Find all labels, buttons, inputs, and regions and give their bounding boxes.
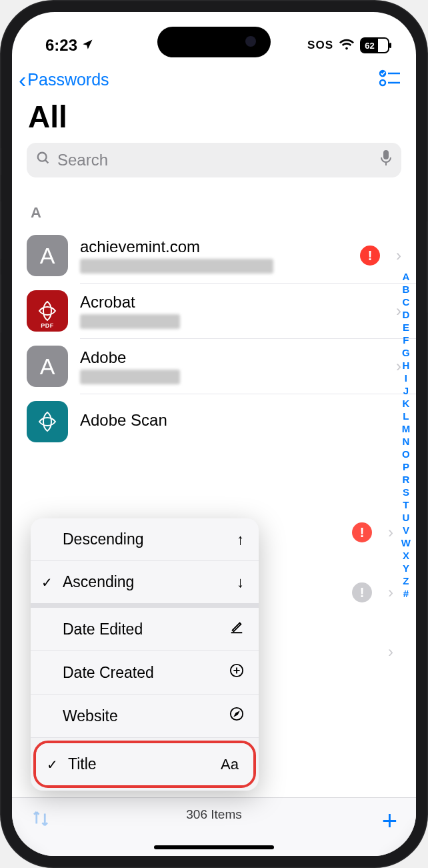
alert-icon: ! bbox=[352, 522, 372, 542]
chevron-right-icon: › bbox=[396, 246, 401, 265]
password-row[interactable]: A Adobe › bbox=[12, 339, 416, 394]
search-icon bbox=[36, 151, 51, 169]
arrow-up-icon: ↑ bbox=[237, 531, 244, 548]
password-row[interactable]: Adobe Scan bbox=[12, 394, 416, 449]
svg-rect-6 bbox=[383, 150, 389, 159]
row-subtitle-redacted bbox=[80, 370, 180, 384]
alert-icon: ! bbox=[352, 582, 372, 602]
sos-indicator: SOS bbox=[307, 39, 333, 52]
sort-title[interactable]: Title Aa bbox=[36, 743, 253, 785]
row-subtitle-redacted bbox=[80, 259, 273, 274]
chevron-right-icon: › bbox=[396, 302, 401, 320]
chevron-right-icon: › bbox=[388, 523, 393, 542]
row-title: Acrobat bbox=[80, 293, 380, 312]
chevron-right-icon: › bbox=[388, 583, 393, 602]
sort-date-edited[interactable]: Date Edited bbox=[31, 608, 259, 650]
alphabet-index[interactable]: A B C D E F G H I J K L M N O P R S T U bbox=[401, 271, 411, 599]
site-icon: A bbox=[27, 235, 68, 276]
alert-icon: ! bbox=[360, 246, 380, 266]
chevron-right-icon: › bbox=[396, 357, 401, 376]
battery-icon: 62 bbox=[360, 37, 389, 53]
dynamic-island bbox=[157, 27, 271, 57]
arrow-down-icon: ↓ bbox=[237, 574, 244, 591]
search-field[interactable] bbox=[27, 143, 401, 177]
search-input[interactable] bbox=[57, 151, 373, 169]
password-row[interactable]: A achievemint.com ! › bbox=[12, 228, 416, 283]
chevron-right-icon: › bbox=[388, 642, 393, 661]
svg-point-2 bbox=[380, 80, 385, 85]
row-title: Adobe Scan bbox=[80, 411, 401, 430]
svg-point-0 bbox=[380, 71, 385, 76]
page-title: All bbox=[12, 95, 416, 143]
sort-ascending[interactable]: Ascending ↓ bbox=[31, 561, 259, 603]
site-icon: PDF bbox=[27, 290, 68, 332]
home-indicator[interactable] bbox=[154, 845, 274, 849]
svg-line-5 bbox=[45, 160, 49, 163]
section-header: A bbox=[12, 204, 416, 228]
compass-icon bbox=[229, 707, 244, 725]
sort-menu: Descending ↑ Ascending ↓ Date Edited Dat… bbox=[31, 518, 259, 791]
back-button[interactable]: ‹ Passwords bbox=[19, 68, 109, 91]
status-time: 6:23 bbox=[45, 36, 77, 55]
row-title: achievemint.com bbox=[80, 238, 348, 256]
back-label: Passwords bbox=[27, 70, 109, 89]
sort-descending[interactable]: Descending ↑ bbox=[31, 518, 259, 560]
site-icon: A bbox=[27, 346, 68, 387]
item-count: 306 Items bbox=[12, 807, 416, 822]
pencil-icon bbox=[229, 620, 244, 638]
site-icon bbox=[27, 401, 68, 442]
password-row[interactable]: PDF Acrobat › bbox=[12, 284, 416, 338]
svg-point-4 bbox=[38, 153, 47, 161]
svg-marker-13 bbox=[235, 712, 239, 716]
chevron-left-icon: ‹ bbox=[19, 68, 26, 91]
mic-icon[interactable] bbox=[380, 149, 392, 171]
plus-circle-icon bbox=[229, 663, 244, 682]
row-subtitle-redacted bbox=[80, 314, 180, 329]
location-icon bbox=[81, 36, 93, 55]
text-icon: Aa bbox=[221, 756, 239, 773]
row-title: Adobe bbox=[80, 348, 380, 367]
sort-date-created[interactable]: Date Created bbox=[31, 651, 259, 694]
view-options-button[interactable] bbox=[379, 69, 401, 90]
wifi-icon bbox=[339, 37, 355, 53]
sort-website[interactable]: Website bbox=[31, 695, 259, 737]
